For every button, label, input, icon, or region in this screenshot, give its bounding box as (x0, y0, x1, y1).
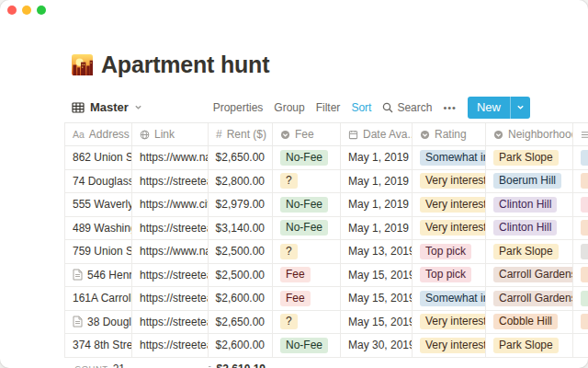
cell-clipped[interactable] (573, 193, 588, 216)
cell-clipped[interactable] (573, 334, 588, 357)
cell-date[interactable]: May 1, 2019 (341, 193, 413, 216)
cell-fee[interactable]: Fee (273, 287, 341, 310)
cell-neighborhood[interactable]: Clinton Hill (486, 217, 573, 240)
cell-neighborhood[interactable]: Carroll Gardens (486, 287, 573, 310)
column-header-address[interactable]: Aa Address (64, 123, 132, 145)
cell-date[interactable]: May 15, 2019 (341, 287, 413, 310)
properties-button[interactable]: Properties (213, 101, 264, 114)
search-button[interactable]: Search (382, 101, 432, 114)
cell-link[interactable]: https://streetea (132, 287, 209, 310)
cell-fee[interactable]: No-Fee (273, 146, 341, 169)
table-row[interactable]: 862 Union Strehttps://www.na$2,650.00No-… (64, 146, 588, 170)
cell-link[interactable]: https://www.na (132, 146, 209, 169)
cell-date[interactable]: May 1, 2019 (341, 217, 413, 240)
table-row[interactable]: 374 8th Streethttps://streetea$2,600.00N… (64, 334, 588, 358)
cell-date[interactable]: May 15, 2019 (341, 264, 413, 287)
column-header-link[interactable]: Link (132, 123, 209, 145)
column-header-rent[interactable]: # Rent ($) (209, 123, 273, 145)
cell-clipped[interactable] (573, 146, 588, 169)
sunset-city-emoji[interactable] (72, 54, 93, 75)
cell-clipped[interactable] (573, 287, 588, 310)
cell-rent[interactable]: $2,650.00 (209, 146, 273, 169)
average-calc[interactable]: AVERAGE $2,610.19 (209, 360, 273, 368)
column-header-rating[interactable]: Rating (413, 123, 486, 145)
cell-rating[interactable]: Very interested (413, 334, 486, 357)
table-row[interactable]: 74 Douglass Sthttps://streetea$2,800.00?… (64, 170, 588, 194)
view-switcher-master[interactable]: Master (72, 100, 142, 114)
cell-rating[interactable]: Very interested (413, 311, 486, 334)
cell-rating[interactable]: Very interested (413, 217, 486, 240)
cell-address[interactable]: 555 Waverly A (64, 193, 132, 216)
count-calc[interactable]: COUNT 21 (64, 360, 132, 368)
new-dropdown-button[interactable] (511, 103, 530, 111)
table-row[interactable]: 759 Union Strehttps://www.na$2,500.00?Ma… (64, 240, 588, 264)
cell-rent[interactable]: $2,500.00 (209, 240, 273, 263)
cell-neighborhood[interactable]: Clinton Hill (486, 193, 573, 216)
cell-link[interactable]: https://streetea (132, 170, 209, 193)
cell-neighborhood[interactable]: Park Slope (486, 334, 573, 357)
cell-neighborhood[interactable]: Carroll Gardens (486, 264, 573, 287)
cell-link[interactable]: https://www.na (132, 240, 209, 263)
cell-fee[interactable]: Fee (273, 264, 341, 287)
cell-fee[interactable]: No-Fee (273, 217, 341, 240)
cell-address[interactable]: 546 Henry (64, 264, 132, 287)
cell-clipped[interactable] (573, 264, 588, 287)
cell-rent[interactable]: $2,800.00 (209, 170, 273, 193)
cell-fee[interactable]: No-Fee (273, 193, 341, 216)
cell-rating[interactable]: Top pick (413, 240, 486, 263)
column-header-neighborhood[interactable]: Neighborhood (486, 123, 573, 145)
cell-rent[interactable]: $2,600.00 (209, 334, 273, 357)
cell-rating[interactable]: Very interested (413, 193, 486, 216)
minimize-window-button[interactable] (22, 6, 31, 15)
cell-fee[interactable]: No-Fee (273, 334, 341, 357)
cell-rent[interactable]: $3,140.00 (209, 217, 273, 240)
filter-button[interactable]: Filter (316, 101, 341, 114)
table-row[interactable]: 38 Douglashttps://streetea$2,650.00?May … (64, 311, 588, 335)
table-row[interactable]: 546 Henryhttps://streetea$2,500.00FeeMay… (64, 264, 588, 288)
zoom-window-button[interactable] (37, 6, 46, 15)
cell-rent[interactable]: $2,600.00 (209, 287, 273, 310)
cell-fee[interactable]: ? (273, 311, 341, 334)
table-row[interactable]: 555 Waverly Ahttps://www.cit$2,979.00No-… (64, 193, 588, 217)
page-title[interactable]: Apartment hunt (101, 52, 269, 78)
cell-link[interactable]: https://www.cit (132, 193, 209, 216)
cell-date[interactable]: May 1, 2019 (341, 146, 413, 169)
cell-date[interactable]: May 30, 2019 (341, 334, 413, 357)
more-options-button[interactable]: ••• (443, 102, 457, 113)
cell-rating[interactable]: Somewhat interested (413, 146, 486, 169)
new-button[interactable]: New (468, 97, 530, 119)
cell-date[interactable]: May 1, 2019 (341, 170, 413, 193)
table-row[interactable]: 489 Washingtohttps://streetea$3,140.00No… (64, 217, 588, 241)
cell-date[interactable]: May 13, 2019 (341, 240, 413, 263)
cell-neighborhood[interactable]: Park Slope (486, 240, 573, 263)
cell-link[interactable]: https://streetea (132, 311, 209, 334)
cell-link[interactable]: https://streetea (132, 217, 209, 240)
cell-rating[interactable]: Somewhat interested (413, 287, 486, 310)
sort-button[interactable]: Sort (351, 101, 371, 114)
cell-rent[interactable]: $2,650.00 (209, 311, 273, 334)
group-button[interactable]: Group (274, 101, 304, 114)
cell-link[interactable]: https://streetea (132, 264, 209, 287)
cell-clipped[interactable] (573, 217, 588, 240)
cell-address[interactable]: 759 Union Stre (64, 240, 132, 263)
column-header-clipped[interactable] (573, 123, 588, 145)
column-header-fee[interactable]: Fee (273, 123, 341, 145)
cell-clipped[interactable] (573, 170, 588, 193)
close-window-button[interactable] (7, 6, 17, 15)
cell-neighborhood[interactable]: Boerum Hill (486, 170, 573, 193)
column-header-date[interactable]: Date Ava... (341, 123, 413, 145)
cell-address[interactable]: 38 Douglas (64, 311, 132, 334)
table-row[interactable]: 161A Carroll Sthttps://streetea$2,600.00… (64, 287, 588, 311)
cell-clipped[interactable] (573, 311, 588, 334)
cell-address[interactable]: 374 8th Street (64, 334, 132, 357)
cell-neighborhood[interactable]: Cobble Hill (486, 311, 573, 334)
cell-address[interactable]: 74 Douglass St (64, 170, 132, 193)
cell-fee[interactable]: ? (273, 170, 341, 193)
cell-address[interactable]: 489 Washingto (64, 217, 132, 240)
cell-rent[interactable]: $2,979.00 (209, 193, 273, 216)
cell-date[interactable]: May 15, 2019 (341, 311, 413, 334)
cell-clipped[interactable] (573, 240, 588, 263)
cell-link[interactable]: https://streetea (132, 334, 209, 357)
cell-rent[interactable]: $2,500.00 (209, 264, 273, 287)
cell-rating[interactable]: Very interested (413, 170, 486, 193)
